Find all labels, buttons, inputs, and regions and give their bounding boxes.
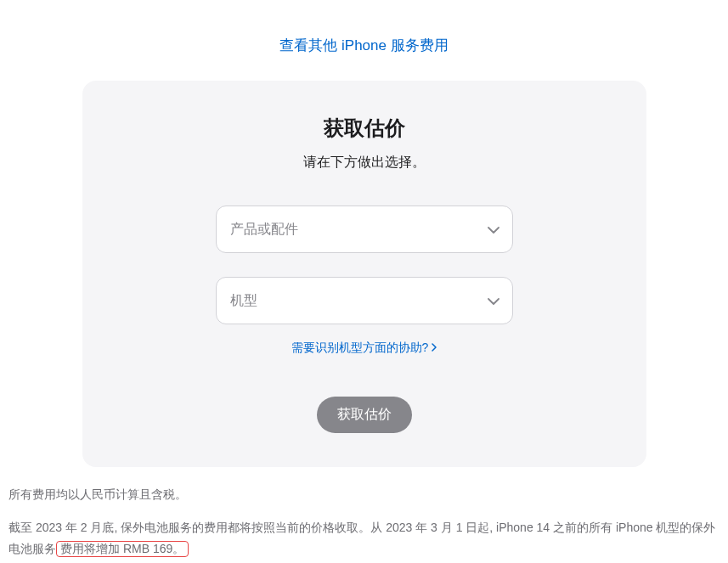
footer-line-1: 所有费用均以人民币计算且含税。 <box>8 484 720 505</box>
product-select[interactable]: 产品或配件 <box>216 205 513 253</box>
top-link-wrapper: 查看其他 iPhone 服务费用 <box>8 0 720 81</box>
identify-model-help-link[interactable]: 需要识别机型方面的协助? <box>291 341 437 356</box>
other-iphone-service-fee-link[interactable]: 查看其他 iPhone 服务费用 <box>279 37 448 53</box>
footer-line-2: 截至 2023 年 2 月底, 保外电池服务的费用都将按照当前的价格收取。从 2… <box>8 517 720 560</box>
card-title: 获取估价 <box>116 115 612 142</box>
price-increase-highlight: 费用将增加 RMB 169。 <box>56 541 189 557</box>
help-link-text: 需要识别机型方面的协助? <box>291 341 429 356</box>
estimate-card: 获取估价 请在下方做出选择。 产品或配件 机型 需要识别机型方面的协助? <box>82 81 646 467</box>
model-select[interactable]: 机型 <box>216 277 513 324</box>
model-select-wrapper: 机型 <box>216 277 513 324</box>
model-select-placeholder: 机型 <box>230 292 257 310</box>
card-subtitle: 请在下方做出选择。 <box>116 154 612 172</box>
product-select-wrapper: 产品或配件 <box>216 205 513 253</box>
product-select-placeholder: 产品或配件 <box>230 221 298 239</box>
footer-text: 所有费用均以人民币计算且含税。 截至 2023 年 2 月底, 保外电池服务的费… <box>8 467 720 560</box>
get-estimate-button[interactable]: 获取估价 <box>317 397 412 433</box>
chevron-right-icon <box>432 342 437 354</box>
